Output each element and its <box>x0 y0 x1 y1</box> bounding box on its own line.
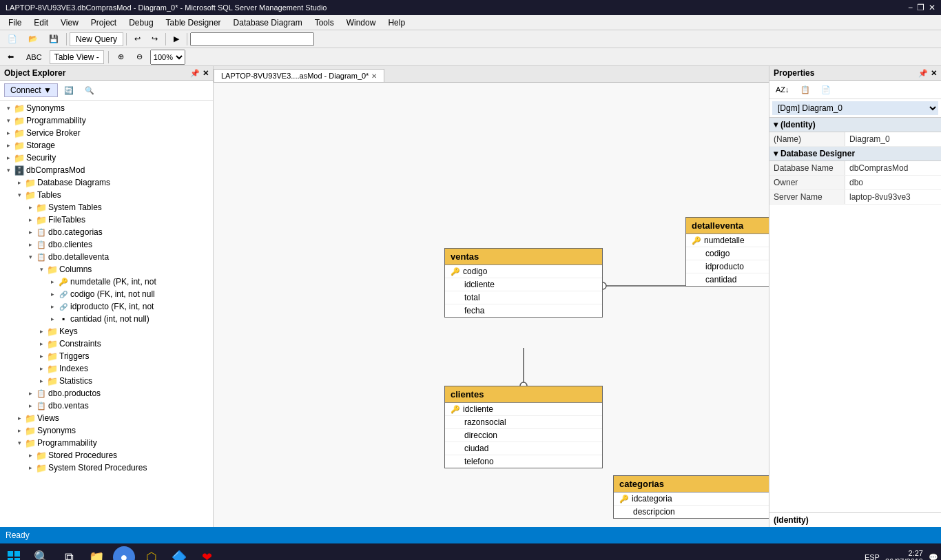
expander-26[interactable]: ▸ <box>14 425 25 436</box>
menu-item-tools[interactable]: Tools <box>309 17 340 29</box>
tab-close-0[interactable]: ✕ <box>371 72 377 80</box>
menu-item-window[interactable]: Window <box>341 17 382 29</box>
expander-1[interactable]: ▾ <box>3 115 14 126</box>
props-section-1[interactable]: ▾Database Designer <box>769 147 941 161</box>
expander-27[interactable]: ▾ <box>14 437 25 448</box>
tree-item-0[interactable]: ▾📁Synonyms <box>0 102 213 114</box>
app-btn-1[interactable]: 🔷 <box>168 546 190 560</box>
menu-item-table designer[interactable]: Table Designer <box>161 17 227 29</box>
table-view-button[interactable]: Table View - <box>50 50 104 64</box>
tree-item-15[interactable]: ▸🔗codigo (FK, int, not null <box>0 288 213 300</box>
expander-23[interactable]: ▸ <box>25 388 36 399</box>
props-sort-alpha[interactable]: AZ↓ <box>771 82 794 97</box>
props-dropdown[interactable]: [Dgm] Diagram_0 <box>772 101 938 115</box>
oe-pin[interactable]: 📌 <box>190 69 200 78</box>
minimize-btn[interactable]: − <box>908 3 913 12</box>
tree-item-21[interactable]: ▸📁Indexes <box>0 362 213 375</box>
tree-item-17[interactable]: ▸▪cantidad (int, not null) <box>0 313 213 325</box>
expander-14[interactable]: ▸ <box>47 276 58 287</box>
expander-5[interactable]: ▾ <box>3 165 14 176</box>
table-box-ventas[interactable]: ventas🔑codigoidclientetotalfecha <box>444 248 603 318</box>
toolbar2-btn2[interactable]: ABC <box>21 50 47 65</box>
tree-item-16[interactable]: ▸🔗idproducto (FK, int, not <box>0 300 213 313</box>
expander-21[interactable]: ▸ <box>36 363 47 374</box>
oe-filter[interactable]: 🔍 <box>80 83 99 98</box>
expander-15[interactable]: ▸ <box>47 289 58 300</box>
props-pin[interactable]: 📌 <box>918 69 928 78</box>
tree-item-12[interactable]: ▾📋dbo.detalleventa <box>0 251 213 263</box>
chrome-btn[interactable]: ● <box>113 546 135 560</box>
expander-10[interactable]: ▸ <box>25 227 36 238</box>
tree-item-11[interactable]: ▸📋dbo.clientes <box>0 238 213 251</box>
toolbar-btn-1[interactable]: 📄 <box>3 32 22 47</box>
menu-item-file[interactable]: File <box>3 17 27 29</box>
menu-item-view[interactable]: View <box>55 17 84 29</box>
table-box-clientes[interactable]: clientes🔑idclienterazonsocialdireccionci… <box>444 386 603 468</box>
file-explorer-btn[interactable]: 📁 <box>85 546 107 560</box>
tab-0[interactable]: LAPTOP-8VU93VE3....asMod - Diagram_0*✕ <box>214 69 384 82</box>
title-bar-controls[interactable]: − ❐ ✕ <box>908 3 935 12</box>
menu-item-edit[interactable]: Edit <box>28 17 54 29</box>
toolbar-btn-2[interactable]: 📂 <box>23 32 43 47</box>
tree-item-8[interactable]: ▸📁System Tables <box>0 201 213 214</box>
expander-3[interactable]: ▸ <box>3 140 14 151</box>
tree-item-29[interactable]: ▸📁System Stored Procedures <box>0 462 213 474</box>
expander-16[interactable]: ▸ <box>47 301 58 312</box>
tree-item-25[interactable]: ▸📁Views <box>0 412 213 424</box>
tree-item-2[interactable]: ▸📁Service Broker <box>0 127 213 139</box>
search-taskbar[interactable]: 🔍 <box>30 546 52 560</box>
expander-4[interactable]: ▸ <box>3 152 14 163</box>
props-section-0[interactable]: ▾(Identity) <box>769 118 941 132</box>
toolbar-run[interactable]: ▶ <box>169 32 184 47</box>
close-btn[interactable]: ✕ <box>929 3 935 12</box>
tree-item-4[interactable]: ▸📁Security <box>0 152 213 164</box>
menu-item-database diagram[interactable]: Database Diagram <box>228 17 308 29</box>
expander-22[interactable]: ▸ <box>36 375 47 386</box>
expander-18[interactable]: ▸ <box>36 326 47 337</box>
table-box-detalleventa[interactable]: detalleventa🔑numdetallecodigoidproductoc… <box>685 217 769 287</box>
tree-item-13[interactable]: ▾📁Columns <box>0 263 213 276</box>
menu-item-help[interactable]: Help <box>382 17 411 29</box>
connect-button[interactable]: Connect ▼ <box>4 83 58 97</box>
notification-icon[interactable]: 💬 <box>929 553 938 561</box>
toolbar-undo[interactable]: ↩ <box>130 32 145 47</box>
expander-11[interactable]: ▸ <box>25 239 36 250</box>
expander-8[interactable]: ▸ <box>25 202 36 213</box>
expander-12[interactable]: ▾ <box>25 251 36 262</box>
props-close[interactable]: ✕ <box>931 69 937 78</box>
tree-item-20[interactable]: ▸📁Triggers <box>0 350 213 362</box>
tree-item-7[interactable]: ▾📁Tables <box>0 189 213 201</box>
restore-btn[interactable]: ❐ <box>917 3 924 12</box>
expander-25[interactable]: ▸ <box>14 413 25 424</box>
expander-28[interactable]: ▸ <box>25 450 36 461</box>
tree-item-18[interactable]: ▸📁Keys <box>0 325 213 338</box>
oe-close[interactable]: ✕ <box>203 69 209 78</box>
tree-item-26[interactable]: ▸📁Synonyms <box>0 424 213 437</box>
tree-item-3[interactable]: ▸📁Storage <box>0 139 213 152</box>
taskview-btn[interactable]: ⧉ <box>58 546 80 560</box>
expander-29[interactable]: ▸ <box>25 462 36 473</box>
menu-item-debug[interactable]: Debug <box>123 17 158 29</box>
tree-item-22[interactable]: ▸📁Statistics <box>0 375 213 387</box>
app-btn-2[interactable]: ❤ <box>196 546 218 560</box>
tree-item-24[interactable]: ▸📋dbo.ventas <box>0 400 213 412</box>
props-pages[interactable]: 📄 <box>816 82 836 97</box>
expander-2[interactable]: ▸ <box>3 127 14 138</box>
tree-item-19[interactable]: ▸📁Constraints <box>0 338 213 350</box>
diagram-canvas[interactable]: ventas🔑codigoidclientetotalfechadetallev… <box>214 83 769 527</box>
expander-9[interactable]: ▸ <box>25 214 36 225</box>
toolbar-btn-save[interactable]: 💾 <box>44 32 63 47</box>
toolbar2-btn1[interactable]: ⬅ <box>3 50 19 65</box>
oe-refresh[interactable]: 🔄 <box>59 83 79 98</box>
tree-item-27[interactable]: ▾📁Programmability <box>0 437 213 449</box>
start-button[interactable] <box>3 546 25 560</box>
tree-item-6[interactable]: ▸📁Database Diagrams <box>0 176 213 189</box>
toolbar-search[interactable] <box>190 32 314 46</box>
expander-24[interactable]: ▸ <box>25 400 36 411</box>
expander-7[interactable]: ▾ <box>14 189 25 200</box>
tree-item-10[interactable]: ▸📋dbo.categorias <box>0 226 213 238</box>
toolbar-redo[interactable]: ↪ <box>147 32 163 47</box>
tree-item-9[interactable]: ▸📁FileTables <box>0 214 213 226</box>
tree-item-28[interactable]: ▸📁Stored Procedures <box>0 449 213 462</box>
zoom-out[interactable]: ⊖ <box>132 50 147 65</box>
